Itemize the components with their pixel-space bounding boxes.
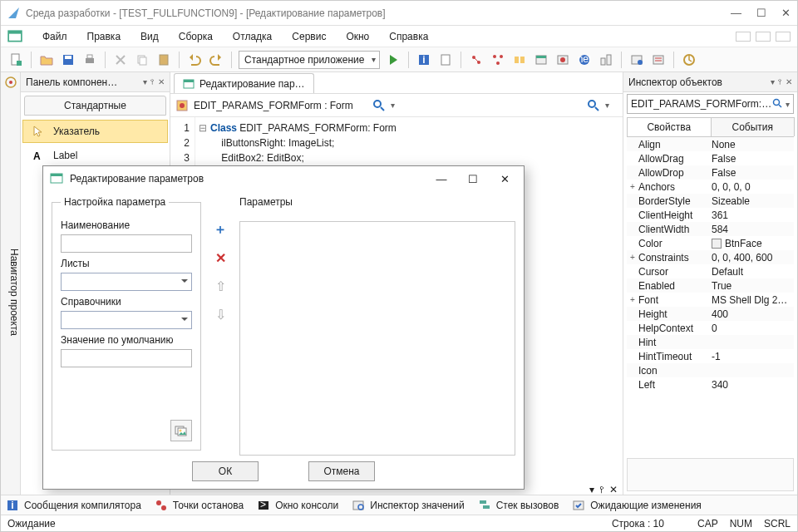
property-row[interactable]: AllowDragFalse [627,151,794,165]
component-tab-standard[interactable]: Стандартные [24,96,166,116]
inspector-object-combo[interactable]: EDIT_PARAMS_FORMForm: Form ▾ [627,94,794,114]
move-down-button[interactable]: ⇩ [212,306,229,323]
panel-pin-icon[interactable]: ⫯ [599,484,604,494]
property-row[interactable]: EnabledTrue [627,278,794,293]
editor-crumb[interactable]: EDIT_PARAMS_FORMForm : Form [194,100,367,111]
tool-9[interactable] [650,52,667,68]
inspector-tab-events[interactable]: События [711,117,796,136]
tool-3[interactable] [511,52,528,68]
cancel-button[interactable]: Отмена [308,461,375,481]
tab-compiler-messages[interactable]: iСообщения компилятора [6,499,141,512]
property-row[interactable]: Left340 [627,377,794,392]
remove-param-button[interactable]: ✕ [212,249,229,266]
inspector-tab-props[interactable]: Свойства [627,117,712,136]
panel-close-icon[interactable]: ✕ [158,77,165,86]
refs-combo[interactable] [61,311,192,329]
menu-debug[interactable]: Отладка [224,28,280,45]
name-input[interactable] [61,234,192,253]
dialog-close-button[interactable]: ✕ [492,173,517,185]
property-row[interactable]: +Anchors0, 0, 0, 0 [627,180,794,194]
doc-button[interactable] [437,52,454,68]
property-row[interactable]: ClientWidth584 [627,222,794,236]
menu-help[interactable]: Справка [381,28,436,45]
property-row[interactable]: HintTimeout-1 [627,349,794,363]
panel-close-icon[interactable]: ✕ [786,77,792,86]
mdi-restore-icon[interactable] [756,32,771,42]
crumb-dropdown-icon[interactable]: ▾ [391,101,395,110]
sheets-combo[interactable] [61,273,192,291]
property-row[interactable]: +Constraints0, 0, 400, 600 [627,250,794,264]
property-row[interactable]: BorderStyleSizeable [627,194,794,208]
maximize-button[interactable]: ☐ [756,7,766,19]
panel-menu-icon[interactable]: ▾ [589,484,594,494]
tool-6[interactable]: net [576,52,593,68]
add-param-button[interactable]: ＋ [212,221,229,238]
browse-button[interactable] [170,420,192,441]
editor-tab[interactable]: Редактирование пар… [174,73,314,93]
new-file-button[interactable] [7,52,24,68]
menu-build[interactable]: Сборка [170,28,221,45]
tab-breakpoints[interactable]: Точки останова [155,499,244,512]
paste-button[interactable] [155,52,172,68]
save-button[interactable] [60,52,76,68]
menu-edit[interactable]: Правка [79,28,130,45]
tool-4[interactable] [533,52,549,68]
component-item-label[interactable]: A Label [22,144,168,167]
open-button[interactable] [38,52,55,68]
run-button[interactable] [385,52,401,68]
dialog-titlebar[interactable]: Редактирование параметров — ☐ ✕ [43,166,524,191]
mdi-close-icon[interactable] [776,32,791,42]
panel-pin-icon[interactable]: ⫯ [778,77,782,86]
undo-button[interactable] [186,52,203,68]
params-list[interactable] [239,221,515,456]
tool-7[interactable] [598,52,614,68]
close-button[interactable]: ✕ [781,7,791,19]
property-grid[interactable]: AlignNoneAllowDragFalseAllowDropFalse+An… [627,137,794,455]
minimize-button[interactable]: — [731,7,741,19]
default-input[interactable] [61,349,192,367]
property-row[interactable]: HelpContext0 [627,321,794,335]
ok-button[interactable]: ОК [192,461,259,481]
tool-5[interactable] [554,52,571,68]
tool-8[interactable] [628,52,645,68]
move-up-button[interactable]: ⇧ [212,278,229,294]
menu-window[interactable]: Окно [337,28,377,45]
menu-file[interactable]: Файл [34,28,76,45]
tool-1[interactable] [468,52,485,68]
property-row[interactable]: +FontMS Shell Dlg 2… [627,293,794,307]
property-row[interactable]: Hint [627,335,794,349]
app-type-combo[interactable]: Стандартное приложение [239,51,380,69]
menu-service[interactable]: Сервис [283,28,334,45]
search-icon-2[interactable] [587,99,600,112]
panel-pin-icon[interactable]: ⫯ [150,77,155,86]
cut-button[interactable] [112,52,129,68]
property-row[interactable]: Icon [627,363,794,377]
dialog-min-button[interactable]: — [429,173,454,185]
mdi-min-icon[interactable] [736,32,751,42]
tab-pending-changes[interactable]: Ожидающие изменения [572,499,702,512]
info-button[interactable]: i [416,52,432,68]
project-navigator-strip[interactable]: Навигатор проекта [1,72,21,495]
dialog-max-button[interactable]: ☐ [461,173,485,185]
property-row[interactable]: AlignNone [627,137,794,151]
property-row[interactable]: CursorDefault [627,264,794,278]
property-row[interactable]: ClientHeight361 [627,208,794,222]
redo-button[interactable] [208,52,224,68]
panel-close-icon[interactable]: ✕ [609,484,618,494]
tool-10[interactable] [681,52,697,68]
panel-menu-icon[interactable]: ▾ [771,77,775,86]
menu-view[interactable]: Вид [132,28,167,45]
panel-menu-icon[interactable]: ▾ [143,77,147,86]
copy-button[interactable] [134,52,150,68]
tab-call-stack[interactable]: Стек вызовов [478,499,559,512]
property-row[interactable]: ColorBtnFace [627,236,794,250]
property-row[interactable]: Height400 [627,307,794,321]
tab-value-inspector[interactable]: Инспектор значений [352,499,464,512]
tool-2[interactable] [490,52,506,68]
property-row[interactable]: AllowDropFalse [627,165,794,180]
tab-console[interactable]: >_Окно консоли [257,499,338,512]
crumb-dropdown-icon-2[interactable]: ▾ [605,101,609,110]
search-icon[interactable] [372,99,386,112]
component-item-pointer[interactable]: Указатель [22,120,168,143]
print-button[interactable] [81,52,98,68]
